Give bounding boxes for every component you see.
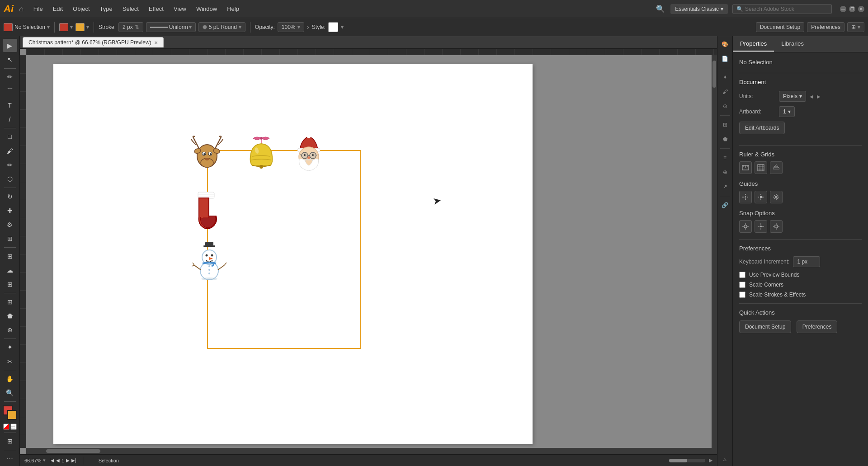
ruler-icon[interactable]	[739, 161, 752, 174]
document-setup-button[interactable]: Document Setup	[756, 22, 804, 32]
cpanel-symbols-icon[interactable]: ✦	[719, 71, 731, 84]
keyboard-increment-input[interactable]: 1 px	[793, 256, 820, 267]
scroll-right-btn[interactable]: ▶	[709, 457, 712, 463]
stroke-cap-dropdown[interactable]: ▾	[239, 24, 241, 30]
menu-view[interactable]: View	[169, 4, 191, 14]
tab-close-button[interactable]: ✕	[154, 40, 158, 45]
menu-select[interactable]: Select	[118, 4, 143, 14]
snap-to-grid-icon[interactable]	[739, 220, 752, 233]
canvas-main[interactable]: ➤	[26, 55, 712, 448]
opacity-field[interactable]: 100% ▾	[278, 22, 304, 32]
arrange-icons[interactable]: ⊞ ▾	[847, 22, 864, 32]
workspace-selector[interactable]: Essentials Classic ▾	[670, 4, 728, 14]
eyedropper-tool[interactable]: ⊕	[3, 324, 17, 337]
gradient-tool[interactable]: ⬟	[3, 309, 17, 322]
units-dropdown[interactable]: Pixels ▾	[779, 91, 806, 102]
pencil-tool[interactable]: ✏	[3, 158, 17, 171]
prev-artboard-btn[interactable]: ◀	[810, 94, 813, 99]
menu-edit[interactable]: Edit	[48, 4, 67, 14]
stroke-dropdown-icon[interactable]: ▾	[86, 24, 89, 30]
stroke-width-arrows[interactable]: ⇅	[135, 24, 139, 30]
tab-properties[interactable]: Properties	[733, 37, 774, 52]
artboard-dropdown[interactable]: 1 ▾	[779, 106, 795, 117]
stroke-color-indicator[interactable]: ▾	[75, 23, 89, 31]
fill-color-indicator[interactable]: ▾	[59, 23, 73, 31]
style-indicator[interactable]	[328, 22, 338, 32]
isometric-grid-icon[interactable]	[770, 161, 783, 174]
zoom-dropdown-icon[interactable]: ▾	[43, 457, 46, 463]
v-scroll-thumb[interactable]	[712, 61, 716, 88]
vertical-scrollbar[interactable]	[712, 55, 717, 448]
stock-search-input[interactable]	[745, 6, 826, 12]
icon-bell[interactable]	[243, 135, 279, 172]
horizontal-scrollbar[interactable]	[26, 448, 717, 454]
next-page-btn[interactable]: ▶	[66, 458, 70, 463]
cpanel-transform-icon[interactable]: ⬟	[719, 133, 731, 146]
selection-tool[interactable]: ▶	[3, 39, 17, 52]
close-button[interactable]: ✕	[858, 6, 864, 12]
line-tool[interactable]: /	[3, 113, 17, 126]
scale-tool[interactable]: ✚	[3, 204, 17, 217]
stroke-style-dropdown[interactable]: ▾	[189, 24, 192, 30]
grid-icon[interactable]	[755, 161, 767, 174]
cpanel-export-icon[interactable]: ↗	[719, 180, 731, 193]
document-tab[interactable]: Christmas pattern* @ 66.67% (RGB/GPU Pre…	[23, 37, 164, 47]
preferences-quick-btn[interactable]: Preferences	[797, 320, 838, 333]
cpanel-align-icon[interactable]: ⊞	[719, 118, 731, 131]
stroke-color-box[interactable]	[7, 410, 17, 420]
paint-brush-tool[interactable]: 🖌	[3, 144, 17, 157]
h-scroll-thumb[interactable]	[46, 449, 100, 453]
no-selection-dropdown[interactable]: ▾	[47, 24, 50, 30]
menu-type[interactable]: Type	[95, 4, 117, 14]
preferences-button[interactable]: Preferences	[807, 22, 844, 32]
last-page-btn[interactable]: ▶|	[71, 458, 76, 463]
rotate-tool[interactable]: ↻	[3, 190, 17, 203]
snap-to-point-icon[interactable]	[755, 220, 767, 233]
fill-dropdown-icon[interactable]: ▾	[70, 24, 73, 30]
clear-guides-icon[interactable]	[770, 191, 783, 203]
symbol-sprayer-tool[interactable]: ☁	[3, 264, 17, 277]
lock-guides-icon[interactable]	[755, 191, 767, 203]
chart-tool[interactable]: ⊞	[3, 249, 17, 263]
snap-to-pixel-icon[interactable]	[770, 220, 783, 233]
more-tools-button[interactable]: ···	[6, 454, 13, 463]
blend-tool[interactable]: ✦	[3, 341, 17, 354]
opacity-dropdown[interactable]: ▾	[297, 24, 300, 30]
artboard-tool[interactable]: ⊞	[3, 435, 17, 448]
zoom-tool[interactable]: 🔍	[3, 386, 17, 400]
edit-artboards-button[interactable]: Edit Artboards	[739, 122, 785, 134]
tab-libraries[interactable]: Libraries	[774, 37, 811, 52]
free-transform-tool[interactable]: ⊞	[3, 232, 17, 245]
menu-effect[interactable]: Effect	[144, 4, 168, 14]
opacity-expand-icon[interactable]: ›	[307, 23, 309, 31]
stroke-cap-selector[interactable]: 5 pt. Round ▾	[198, 22, 245, 32]
pen-tool[interactable]: ✏	[3, 71, 17, 84]
none-swatch[interactable]	[3, 424, 9, 430]
minimize-button[interactable]: —	[840, 6, 846, 12]
cpanel-doc-icon[interactable]: 📄	[719, 52, 731, 65]
menu-file[interactable]: File	[29, 4, 47, 14]
scale-strokes-checkbox[interactable]	[739, 292, 745, 298]
search-icon-menu[interactable]: 🔍	[656, 5, 665, 13]
menu-window[interactable]: Window	[192, 4, 222, 14]
swap-colors[interactable]: ⇄	[10, 424, 17, 430]
perspective-tool[interactable]: ⊞	[3, 278, 17, 291]
fill-stroke-indicator[interactable]	[3, 405, 17, 420]
stock-search-box[interactable]: 🔍	[732, 4, 832, 14]
prev-page-btn[interactable]: ◀	[56, 458, 60, 463]
progress-bar-thumb[interactable]	[669, 459, 687, 462]
mesh-tool[interactable]: ⊞	[3, 295, 17, 308]
next-artboard-btn[interactable]: ▶	[817, 94, 821, 99]
maximize-button[interactable]: ❐	[849, 6, 855, 12]
icon-santa[interactable]	[288, 132, 329, 174]
icon-snowman[interactable]	[188, 238, 231, 282]
scissors-tool[interactable]: ✂	[3, 355, 17, 368]
arrange-dropdown[interactable]: ▾	[858, 24, 860, 30]
cpanel-link-icon[interactable]: 🔗	[719, 199, 731, 212]
type-tool[interactable]: T	[3, 99, 17, 112]
hand-tool[interactable]: ✋	[3, 372, 17, 385]
cpanel-brushes-icon[interactable]: 🖌	[719, 85, 731, 98]
icon-reindeer[interactable]	[187, 131, 227, 173]
stroke-style-selector[interactable]: Uniform ▾	[146, 22, 196, 32]
cpanel-collapse-btn[interactable]: ◁	[723, 458, 727, 461]
